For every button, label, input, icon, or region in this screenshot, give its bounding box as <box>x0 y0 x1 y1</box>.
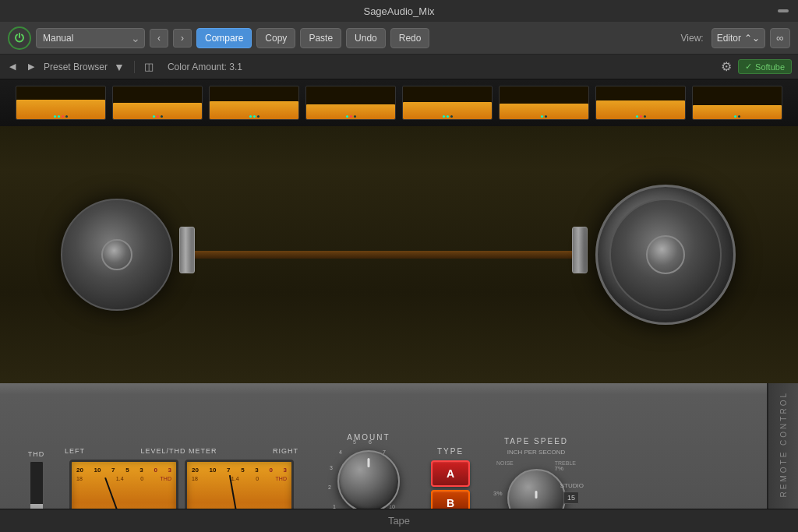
svg-text:3: 3 <box>330 465 333 470</box>
svg-text:1: 1 <box>333 504 336 509</box>
speed-15-badge: 15 <box>563 491 579 504</box>
tape-speed-subtitle: INCH PER SECOND <box>507 449 566 456</box>
window-title: SageAudio_Mix <box>363 5 434 17</box>
led <box>738 115 740 118</box>
title-bar: SageAudio_Mix <box>0 0 798 22</box>
vu-thd-scale-left: 181.40THD <box>76 476 171 481</box>
amount-section: AMOUNT 5 6 4 7 3 8 2 9 1 10 <box>330 433 408 509</box>
vu-thd-scale-right: 181.40THD <box>192 476 287 481</box>
tape-speed-title: TAPE SPEED <box>504 437 568 446</box>
vu-scale-right: 201075303 <box>192 467 287 474</box>
thd-label: THD <box>28 450 45 458</box>
gear-icon[interactable]: ⚙ <box>721 59 732 74</box>
led <box>541 115 543 118</box>
copy-button[interactable]: Copy <box>256 28 295 48</box>
divider <box>134 61 135 73</box>
led <box>545 115 547 118</box>
led <box>644 115 646 118</box>
sub-nav-back[interactable]: ◀ <box>6 60 19 73</box>
thd-meter <box>30 461 44 509</box>
nav-back-button[interactable]: ‹ <box>150 29 168 48</box>
vu-needle-left <box>104 477 125 509</box>
footer: Tape <box>0 509 798 532</box>
sub-nav-forward[interactable]: ▶ <box>25 60 37 73</box>
speed-indicator <box>535 491 538 499</box>
type-buttons: A B C <box>431 460 470 509</box>
softube-badge: Softube <box>738 59 792 74</box>
left-capstan <box>179 227 195 273</box>
led <box>350 115 352 118</box>
led <box>734 115 736 118</box>
svg-text:10: 10 <box>389 504 395 509</box>
led <box>640 115 642 118</box>
vu-segment-7 <box>595 86 686 120</box>
link-button[interactable]: ∞ <box>770 28 790 48</box>
right-vu-label: RIGHT <box>273 447 298 455</box>
minimize-button[interactable] <box>778 9 789 12</box>
svg-text:6: 6 <box>369 439 372 445</box>
vu-meters-row: 201075303 181.40THD VU 201075303 <box>69 460 294 509</box>
reel-hub-right <box>646 235 685 274</box>
knob-indicator <box>368 458 370 467</box>
left-vu-meter: 201075303 181.40THD VU <box>69 460 178 509</box>
left-vu-label: LEFT <box>65 447 85 455</box>
right-capstan <box>572 227 588 273</box>
preset-dropdown[interactable]: Manual <box>36 28 145 48</box>
vu-segment-8 <box>692 86 782 120</box>
tape-band <box>179 251 588 259</box>
remote-control-panel: REMOTE CONTROL RC-1 <box>767 383 798 509</box>
preset-dropdown-wrapper[interactable]: Manual <box>36 28 145 48</box>
led <box>257 115 260 118</box>
vu-segment-5 <box>402 86 493 120</box>
control-panel: THD LEVELMETER LEFT LEVEL/THD METER RIGH… <box>0 383 798 509</box>
led <box>354 115 356 118</box>
view-dropdown[interactable]: Editor ⌃⌄ <box>711 28 765 48</box>
redo-button[interactable]: Redo <box>390 28 430 48</box>
type-button-b[interactable]: B <box>431 490 470 509</box>
right-reel-wrapper <box>595 185 736 325</box>
amount-knob-container: 5 6 4 7 3 8 2 9 1 10 <box>334 446 404 509</box>
undo-button[interactable]: Undo <box>346 28 386 48</box>
vu-labels-row: LEFT LEVEL/THD METER RIGHT <box>65 447 298 455</box>
color-amount: Color Amount: 3.1 <box>168 62 242 72</box>
type-title: TYPE <box>437 447 464 456</box>
led <box>450 115 453 118</box>
preset-browser-label: Preset Browser <box>44 62 108 72</box>
speed-knob-container: NOISE TREBLE 7% 3% 1% 15 STUDIO 30 <box>493 459 579 509</box>
right-reel <box>595 185 736 325</box>
type-button-a[interactable]: A <box>431 460 470 487</box>
vu-segment-3 <box>209 86 299 120</box>
led <box>443 115 445 118</box>
led <box>253 115 256 118</box>
compare-button[interactable]: Compare <box>196 28 252 48</box>
speed-knob[interactable] <box>507 469 566 509</box>
plugin-area: THD LEVELMETER LEFT LEVEL/THD METER RIGH… <box>0 79 798 509</box>
studio-label: STUDIO <box>560 482 584 489</box>
footer-title: Tape <box>388 515 410 527</box>
nav-forward-button[interactable]: › <box>173 29 192 48</box>
svg-text:4: 4 <box>339 449 342 455</box>
tape-speed-section: TAPE SPEED INCH PER SECOND NOISE TREBLE … <box>493 437 579 509</box>
led <box>58 115 60 118</box>
led <box>65 115 68 118</box>
left-reel <box>62 200 171 309</box>
thd-section: THD LEVELMETER <box>23 450 49 509</box>
vu-segment-4 <box>305 86 396 120</box>
remote-control-label: REMOTE CONTROL <box>779 391 788 497</box>
vu-segment-6 <box>499 86 589 120</box>
toolbar: Manual ‹ › Compare Copy Paste Undo Redo … <box>0 22 798 55</box>
led <box>249 115 252 118</box>
svg-text:2: 2 <box>328 484 331 490</box>
paste-button[interactable]: Paste <box>300 28 341 48</box>
speed-3pct: 3% <box>493 490 503 497</box>
svg-text:5: 5 <box>353 439 356 445</box>
led <box>346 115 348 118</box>
color-amount-icon: ◫ <box>144 61 154 72</box>
amount-knob[interactable] <box>337 450 400 509</box>
reels-container <box>0 126 798 383</box>
power-button[interactable] <box>8 26 31 50</box>
filter-icon[interactable]: ▼ <box>114 61 125 73</box>
led <box>54 115 56 118</box>
led <box>636 115 638 118</box>
led <box>447 115 449 118</box>
